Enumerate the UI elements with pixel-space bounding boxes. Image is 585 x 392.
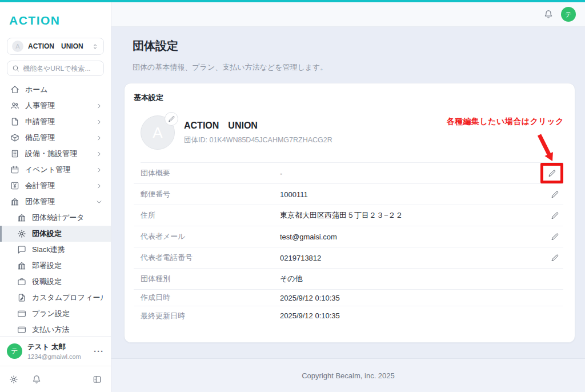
file-pen-icon [17, 293, 26, 302]
org-selector-name: ACTION UNION [28, 42, 87, 51]
edit-address-button[interactable] [546, 208, 563, 223]
bank-icon [17, 261, 26, 270]
chat-icon [17, 245, 26, 254]
package-icon [10, 133, 19, 142]
sidebar-search[interactable] [7, 61, 104, 76]
search-input[interactable] [23, 65, 99, 73]
chevron-right-icon [95, 118, 103, 126]
user-email: 1234@gmaiwl.com [27, 353, 89, 360]
sidebar-item-label: 役職設定 [32, 277, 103, 287]
pencil-icon [168, 115, 175, 123]
table-row: 団体概要 - [134, 163, 563, 184]
edit-representative-email-button[interactable] [546, 229, 563, 244]
pencil-icon [551, 190, 559, 199]
sidebar-item-org-settings[interactable]: 団体設定 [0, 226, 111, 242]
sidebar-item-label: イベント管理 [25, 165, 90, 175]
sidebar-item-custom-profile[interactable]: カスタムプロフィール設定 [0, 290, 111, 306]
table-row: 住所 東京都大田区西蒲田５丁目２３−２２ [134, 205, 563, 226]
credit-card-icon [17, 309, 26, 318]
sidebar-item-departments[interactable]: 部署設定 [0, 258, 111, 274]
chevron-down-icon [95, 198, 103, 206]
edit-org-summary-button[interactable] [540, 163, 563, 183]
pencil-icon [551, 211, 559, 220]
credit-card-icon [17, 325, 26, 334]
top-accent-bar [0, 0, 585, 2]
row-value: - [280, 169, 540, 178]
sidebar-item-plan[interactable]: プラン設定 [0, 306, 111, 322]
bank-icon [10, 197, 19, 206]
sidebar-item-roles[interactable]: 役職設定 [0, 274, 111, 290]
table-row: 郵便番号 1000111 [134, 184, 563, 205]
row-label: 団体概要 [141, 168, 280, 178]
sidebar-item-label: 支払い方法 [32, 325, 103, 335]
chevron-right-icon [95, 182, 103, 190]
building-icon [10, 149, 19, 158]
calendar-icon [10, 165, 19, 174]
org-selector[interactable]: A ACTION UNION [7, 38, 104, 55]
table-row: 代表者メール test@gmaisi.com [134, 226, 563, 247]
row-label: 郵便番号 [141, 189, 280, 199]
search-icon [12, 65, 19, 72]
sidebar-item-label: 人事管理 [25, 101, 90, 111]
settings-button[interactable] [9, 375, 18, 384]
sidebar-menu: ホーム 人事管理 申請管理 備品管理 設備・施設管理 [0, 76, 111, 336]
people-icon [10, 101, 19, 110]
sidebar-item-label: ホーム [25, 85, 103, 95]
table-row: 最終更新日時 2025/9/12 0:10:35 [134, 306, 563, 325]
yen-icon [10, 181, 19, 190]
sidebar-item-events[interactable]: イベント管理 [0, 162, 111, 178]
org-avatar: A [141, 115, 175, 150]
sidebar-item-label: Slack連携 [32, 245, 103, 255]
sidebar-item-org-stats[interactable]: 団体統計データ [0, 210, 111, 226]
sidebar-item-label: 団体管理 [25, 197, 90, 207]
sidebar-item-org-management[interactable]: 団体管理 [0, 194, 111, 210]
collapse-sidebar-button[interactable] [93, 375, 102, 384]
pencil-icon [551, 233, 559, 241]
notifications-button[interactable] [544, 10, 553, 19]
page-footer: Copyright Becalm, inc. 2025 [111, 358, 585, 392]
bank-icon [17, 213, 26, 222]
row-label: 代表者電話番号 [141, 253, 280, 263]
card-heading: 基本設定 [134, 93, 563, 103]
main-area: テ 団体設定 団体の基本情報、プラン、支払い方法などを管理します。 基本設定 A… [111, 2, 585, 392]
sidebar-item-equipment[interactable]: 備品管理 [0, 130, 111, 146]
row-value: 0219713812 [280, 254, 546, 262]
user-menu-button[interactable]: ··· [94, 346, 104, 356]
notifications-button[interactable] [32, 375, 41, 384]
row-label: 最終更新日時 [141, 311, 280, 321]
briefcase-icon [17, 277, 26, 286]
sidebar-item-accounting[interactable]: 会計管理 [0, 178, 111, 194]
row-value: その他 [280, 274, 563, 284]
header-user-avatar[interactable]: テ [561, 7, 576, 22]
sidebar-item-label: カスタムプロフィール設定 [32, 293, 103, 303]
gear-icon [17, 229, 26, 238]
row-label: 団体種別 [141, 274, 280, 284]
sidebar-item-slack[interactable]: Slack連携 [0, 242, 111, 258]
row-label: 住所 [141, 210, 280, 221]
table-row: 団体種別 その他 [134, 269, 563, 290]
sidebar-item-label: 備品管理 [25, 133, 90, 143]
chevron-right-icon [95, 102, 103, 110]
page-subtitle: 団体の基本情報、プラン、支払い方法などを管理します。 [133, 62, 585, 73]
table-row: 代表者電話番号 0219713812 [134, 247, 563, 269]
user-avatar: テ [7, 343, 22, 359]
sidebar-item-label: 申請管理 [25, 117, 90, 127]
sidebar-item-home[interactable]: ホーム [0, 82, 111, 98]
edit-avatar-button[interactable] [165, 112, 178, 126]
top-header: テ [111, 2, 585, 27]
sidebar-item-facilities[interactable]: 設備・施設管理 [0, 146, 111, 162]
sidebar-item-label: プラン設定 [32, 309, 103, 319]
bell-icon [544, 10, 553, 19]
user-panel: テ テスト 太郎 1234@gmaiwl.com ··· [0, 336, 111, 366]
page-title: 団体設定 [133, 38, 585, 54]
edit-postal-code-button[interactable] [546, 187, 563, 202]
sidebar-item-label: 団体設定 [32, 229, 103, 239]
chevron-right-icon [95, 134, 103, 142]
row-value: 1000111 [280, 190, 546, 199]
sidebar-item-payment[interactable]: 支払い方法 [0, 322, 111, 336]
table-row: 作成日時 2025/9/12 0:10:35 [134, 290, 563, 306]
sidebar-item-requests[interactable]: 申請管理 [0, 114, 111, 130]
edit-representative-phone-button[interactable] [546, 250, 563, 265]
document-icon [10, 117, 19, 126]
sidebar-item-hr[interactable]: 人事管理 [0, 98, 111, 114]
